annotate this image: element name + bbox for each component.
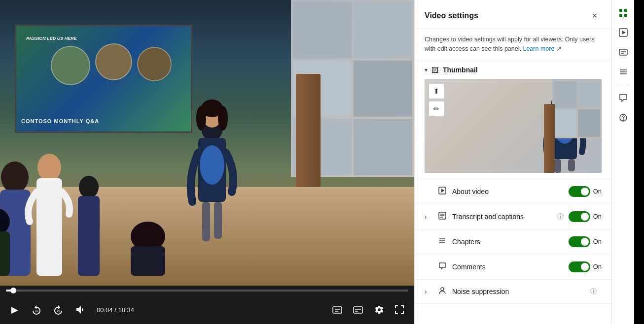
noise-label: Noise suppression [452,288,583,295]
chapters-toggle-label: On [593,238,602,245]
transcript-label: Transcript and captions [452,213,550,221]
chapters-icon [437,237,447,247]
sidebar-separator [617,85,629,85]
svg-rect-21 [333,307,342,313]
svg-rect-51 [619,49,627,55]
fullscreen-button[interactable] [393,303,406,317]
panel-notice: Changes to video settings will apply for… [415,29,611,60]
svg-point-9 [1,162,29,193]
right-sidebar [611,0,634,324]
comments-icon [437,262,447,272]
comments-label: Comments [452,263,564,271]
wall-panel [354,119,412,175]
transcript-toggle-container: On [569,211,602,222]
wall-panel [293,2,352,59]
panel-title: Video settings [425,11,478,20]
thumb-actions: ⬆ ✏ [429,83,444,117]
comments-toggle-label: On [593,263,602,270]
settings-button[interactable] [372,303,386,317]
svg-point-44 [441,288,444,291]
video-player: PASSION LED US HERE CONTOSO MONTHLY Q&A [0,0,414,324]
svg-point-58 [623,120,624,121]
volume-button[interactable] [73,303,87,317]
sidebar-help-button[interactable] [614,109,632,127]
captions-toggle-button[interactable] [330,303,344,317]
thumbnail-upload-button[interactable]: ⬆ [429,83,444,99]
svg-point-2 [200,145,224,185]
controls-right [330,303,406,317]
thumbnail-section: ▾ 🖼 Thumbnail [415,60,611,179]
svg-rect-16 [131,246,165,276]
svg-rect-48 [624,14,627,17]
svg-text:10: 10 [57,309,60,312]
about-video-icon [437,187,447,196]
photo-circle-3 [137,47,172,81]
time-display: 00:04 / 18:34 [97,306,134,314]
close-button[interactable]: × [588,9,602,23]
thumbnail-edit-button[interactable]: ✏ [429,101,444,117]
svg-marker-50 [622,31,626,34]
transcript-toggle-label: On [593,213,602,220]
settings-panel: Video settings × Changes to video settin… [414,0,611,324]
svg-point-8 [218,106,228,130]
presenter-figure [178,89,247,256]
svg-rect-45 [619,9,622,12]
chapters-toggle-container: On [569,236,602,247]
svg-point-11 [37,154,61,181]
screen-text-passion: PASSION LED US HERE [26,36,77,41]
video-frame: PASSION LED US HERE CONTOSO MONTHLY Q&A [0,0,414,286]
noise-info-icon: ⓘ [590,287,597,296]
play-button[interactable]: ▶ [8,303,22,317]
transcript-icon [437,212,447,222]
settings-row-chapters: › Chapters On [415,229,611,255]
about-video-toggle-label: On [593,188,602,195]
svg-rect-3 [202,202,210,241]
chapters-toggle[interactable] [569,236,590,247]
thumbnail-label: Thumbnail [443,66,478,74]
forward-button[interactable]: 10 [51,303,65,317]
wood-panel [296,74,321,187]
sidebar-chat-button[interactable] [614,89,632,107]
subtitles-button[interactable] [351,303,365,317]
progress-thumb [10,288,16,293]
learn-more-link[interactable]: Learn more [523,45,554,52]
thumbnail-preview: ⬆ ✏ [425,79,602,173]
noise-expand[interactable]: › [425,288,432,295]
sidebar-menu-button[interactable] [614,63,632,81]
settings-row-noise: › Noise suppression ⓘ [415,280,611,304]
svg-rect-47 [619,14,622,17]
wall-panel [354,2,412,59]
svg-rect-4 [214,202,222,239]
transcript-info-icon: ⓘ [557,212,564,221]
comments-toggle[interactable] [569,261,590,272]
panel-header: Video settings × [415,0,611,29]
photo-circle-2 [95,43,132,80]
transcript-expand[interactable]: › [425,213,432,221]
svg-point-7 [196,106,206,130]
thumb-wood [544,104,555,173]
about-video-toggle-container: On [569,186,602,197]
sidebar-captions-button[interactable] [614,43,632,61]
transcript-toggle[interactable] [569,211,590,222]
audience-figures [0,79,187,276]
rewind-button[interactable]: 10 [30,303,43,317]
svg-rect-33 [554,159,561,173]
thumbnail-chevron-icon: ▾ [425,66,428,73]
svg-text:10: 10 [35,309,38,312]
svg-rect-34 [568,159,575,171]
svg-point-13 [79,176,99,198]
sidebar-play-button[interactable] [614,24,632,41]
svg-rect-46 [624,9,627,12]
controls-buttons: ▶ 10 10 00:04 / 18:34 [0,295,414,324]
svg-rect-12 [36,178,62,276]
settings-row-comments: › Comments On [415,255,611,280]
progress-area[interactable] [0,286,414,295]
comments-toggle-container: On [569,261,602,272]
svg-marker-36 [441,189,444,193]
svg-rect-14 [78,196,100,276]
noise-icon [437,287,447,296]
about-video-toggle[interactable] [569,186,590,197]
progress-track[interactable] [6,290,408,292]
sidebar-grid-button[interactable] [614,4,632,22]
thumbnail-header: ▾ 🖼 Thumbnail [425,66,602,74]
